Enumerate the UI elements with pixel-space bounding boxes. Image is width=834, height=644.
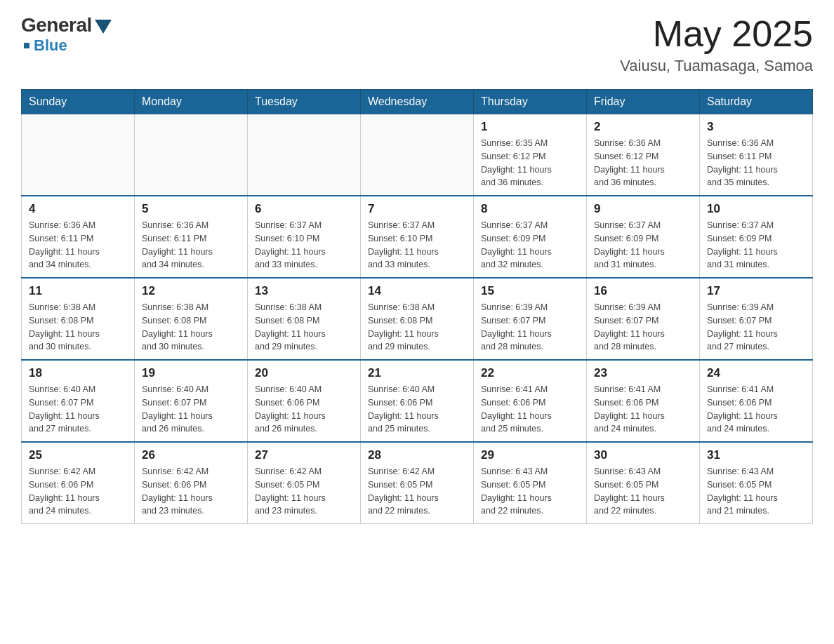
day-number: 6 <box>255 202 353 216</box>
day-info: Sunrise: 6:42 AMSunset: 6:06 PMDaylight:… <box>142 465 240 518</box>
day-info: Sunrise: 6:39 AMSunset: 6:07 PMDaylight:… <box>594 301 692 354</box>
day-number: 24 <box>707 366 805 380</box>
day-number: 11 <box>29 284 127 298</box>
calendar-table: SundayMondayTuesdayWednesdayThursdayFrid… <box>21 89 813 524</box>
day-info: Sunrise: 6:36 AMSunset: 6:11 PMDaylight:… <box>707 137 805 189</box>
calendar-day-cell: 26Sunrise: 6:42 AMSunset: 6:06 PMDayligh… <box>135 442 248 524</box>
month-title: May 2025 <box>620 14 813 54</box>
day-info: Sunrise: 6:37 AMSunset: 6:09 PMDaylight:… <box>481 219 579 271</box>
day-number: 9 <box>594 202 692 216</box>
day-number: 17 <box>707 284 805 298</box>
day-info: Sunrise: 6:38 AMSunset: 6:08 PMDaylight:… <box>142 301 240 354</box>
day-number: 18 <box>29 366 127 380</box>
calendar-day-cell: 6Sunrise: 6:37 AMSunset: 6:10 PMDaylight… <box>248 196 361 278</box>
logo-blue-text: Blue <box>34 36 67 55</box>
calendar-week-row: 4Sunrise: 6:36 AMSunset: 6:11 PMDaylight… <box>22 196 813 278</box>
calendar-week-row: 1Sunrise: 6:35 AMSunset: 6:12 PMDaylight… <box>22 114 813 196</box>
calendar-day-cell: 15Sunrise: 6:39 AMSunset: 6:07 PMDayligh… <box>474 278 587 360</box>
weekday-header-thursday: Thursday <box>474 90 587 114</box>
day-number: 29 <box>481 448 579 462</box>
calendar-day-cell: 9Sunrise: 6:37 AMSunset: 6:09 PMDaylight… <box>587 196 700 278</box>
day-number: 28 <box>368 448 466 462</box>
day-number: 22 <box>481 366 579 380</box>
day-info: Sunrise: 6:42 AMSunset: 6:06 PMDaylight:… <box>29 465 127 518</box>
calendar-day-cell: 23Sunrise: 6:41 AMSunset: 6:06 PMDayligh… <box>587 360 700 442</box>
day-info: Sunrise: 6:36 AMSunset: 6:12 PMDaylight:… <box>594 137 692 189</box>
calendar-day-cell: 25Sunrise: 6:42 AMSunset: 6:06 PMDayligh… <box>22 442 135 524</box>
day-info: Sunrise: 6:40 AMSunset: 6:06 PMDaylight:… <box>255 383 353 436</box>
logo: General Blue <box>21 14 112 55</box>
calendar-day-cell: 18Sunrise: 6:40 AMSunset: 6:07 PMDayligh… <box>22 360 135 442</box>
calendar-day-cell: 3Sunrise: 6:36 AMSunset: 6:11 PMDaylight… <box>700 114 813 196</box>
logo-general-text: General <box>21 14 92 36</box>
calendar-day-cell: 16Sunrise: 6:39 AMSunset: 6:07 PMDayligh… <box>587 278 700 360</box>
day-info: Sunrise: 6:36 AMSunset: 6:11 PMDaylight:… <box>29 219 127 271</box>
day-info: Sunrise: 6:38 AMSunset: 6:08 PMDaylight:… <box>29 301 127 354</box>
day-info: Sunrise: 6:39 AMSunset: 6:07 PMDaylight:… <box>707 301 805 354</box>
day-info: Sunrise: 6:39 AMSunset: 6:07 PMDaylight:… <box>481 301 579 354</box>
calendar-day-cell: 27Sunrise: 6:42 AMSunset: 6:05 PMDayligh… <box>248 442 361 524</box>
calendar-day-cell <box>22 114 135 196</box>
weekday-header-saturday: Saturday <box>700 90 813 114</box>
weekday-header-friday: Friday <box>587 90 700 114</box>
calendar-day-cell: 11Sunrise: 6:38 AMSunset: 6:08 PMDayligh… <box>22 278 135 360</box>
calendar-day-cell: 31Sunrise: 6:43 AMSunset: 6:05 PMDayligh… <box>700 442 813 524</box>
calendar-day-cell: 12Sunrise: 6:38 AMSunset: 6:08 PMDayligh… <box>135 278 248 360</box>
weekday-header-row: SundayMondayTuesdayWednesdayThursdayFrid… <box>22 90 813 114</box>
calendar-week-row: 18Sunrise: 6:40 AMSunset: 6:07 PMDayligh… <box>22 360 813 442</box>
weekday-header-wednesday: Wednesday <box>361 90 474 114</box>
day-info: Sunrise: 6:37 AMSunset: 6:10 PMDaylight:… <box>368 219 466 271</box>
calendar-day-cell <box>135 114 248 196</box>
calendar-day-cell: 5Sunrise: 6:36 AMSunset: 6:11 PMDaylight… <box>135 196 248 278</box>
calendar-day-cell: 19Sunrise: 6:40 AMSunset: 6:07 PMDayligh… <box>135 360 248 442</box>
calendar-day-cell <box>361 114 474 196</box>
calendar-day-cell: 14Sunrise: 6:38 AMSunset: 6:08 PMDayligh… <box>361 278 474 360</box>
calendar-day-cell: 22Sunrise: 6:41 AMSunset: 6:06 PMDayligh… <box>474 360 587 442</box>
day-number: 14 <box>368 284 466 298</box>
day-info: Sunrise: 6:37 AMSunset: 6:09 PMDaylight:… <box>707 219 805 271</box>
calendar-day-cell: 20Sunrise: 6:40 AMSunset: 6:06 PMDayligh… <box>248 360 361 442</box>
day-number: 5 <box>142 202 240 216</box>
day-info: Sunrise: 6:38 AMSunset: 6:08 PMDaylight:… <box>255 301 353 354</box>
calendar-day-cell: 2Sunrise: 6:36 AMSunset: 6:12 PMDaylight… <box>587 114 700 196</box>
day-number: 13 <box>255 284 353 298</box>
calendar-day-cell: 10Sunrise: 6:37 AMSunset: 6:09 PMDayligh… <box>700 196 813 278</box>
day-info: Sunrise: 6:42 AMSunset: 6:05 PMDaylight:… <box>255 465 353 518</box>
calendar-day-cell: 13Sunrise: 6:38 AMSunset: 6:08 PMDayligh… <box>248 278 361 360</box>
day-number: 26 <box>142 448 240 462</box>
calendar-day-cell <box>248 114 361 196</box>
calendar-week-row: 11Sunrise: 6:38 AMSunset: 6:08 PMDayligh… <box>22 278 813 360</box>
location-title: Vaiusu, Tuamasaga, Samoa <box>620 57 813 75</box>
day-number: 23 <box>594 366 692 380</box>
calendar-day-cell: 1Sunrise: 6:35 AMSunset: 6:12 PMDaylight… <box>474 114 587 196</box>
day-info: Sunrise: 6:43 AMSunset: 6:05 PMDaylight:… <box>594 465 692 518</box>
calendar-day-cell: 29Sunrise: 6:43 AMSunset: 6:05 PMDayligh… <box>474 442 587 524</box>
day-number: 4 <box>29 202 127 216</box>
day-info: Sunrise: 6:38 AMSunset: 6:08 PMDaylight:… <box>368 301 466 354</box>
day-number: 20 <box>255 366 353 380</box>
calendar-day-cell: 21Sunrise: 6:40 AMSunset: 6:06 PMDayligh… <box>361 360 474 442</box>
day-number: 12 <box>142 284 240 298</box>
calendar-week-row: 25Sunrise: 6:42 AMSunset: 6:06 PMDayligh… <box>22 442 813 524</box>
day-info: Sunrise: 6:35 AMSunset: 6:12 PMDaylight:… <box>481 137 579 189</box>
calendar-day-cell: 17Sunrise: 6:39 AMSunset: 6:07 PMDayligh… <box>700 278 813 360</box>
calendar-day-cell: 8Sunrise: 6:37 AMSunset: 6:09 PMDaylight… <box>474 196 587 278</box>
day-info: Sunrise: 6:41 AMSunset: 6:06 PMDaylight:… <box>481 383 579 436</box>
weekday-header-monday: Monday <box>135 90 248 114</box>
page-header: General Blue May 2025 Vaiusu, Tuamasaga,… <box>21 14 813 75</box>
day-number: 2 <box>594 120 692 134</box>
day-number: 15 <box>481 284 579 298</box>
day-info: Sunrise: 6:43 AMSunset: 6:05 PMDaylight:… <box>707 465 805 518</box>
day-number: 16 <box>594 284 692 298</box>
title-block: May 2025 Vaiusu, Tuamasaga, Samoa <box>620 14 813 75</box>
day-number: 19 <box>142 366 240 380</box>
day-info: Sunrise: 6:41 AMSunset: 6:06 PMDaylight:… <box>594 383 692 436</box>
day-info: Sunrise: 6:40 AMSunset: 6:07 PMDaylight:… <box>142 383 240 436</box>
logo-triangle-icon <box>95 20 112 34</box>
day-number: 25 <box>29 448 127 462</box>
day-number: 8 <box>481 202 579 216</box>
calendar-day-cell: 7Sunrise: 6:37 AMSunset: 6:10 PMDaylight… <box>361 196 474 278</box>
calendar-day-cell: 28Sunrise: 6:42 AMSunset: 6:05 PMDayligh… <box>361 442 474 524</box>
calendar-day-cell: 24Sunrise: 6:41 AMSunset: 6:06 PMDayligh… <box>700 360 813 442</box>
day-number: 30 <box>594 448 692 462</box>
